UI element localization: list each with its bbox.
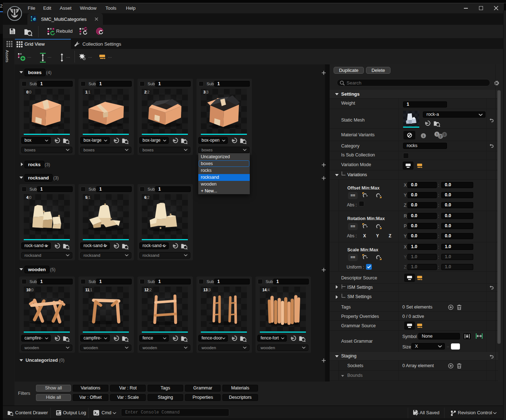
svg-text:2: 2 <box>439 134 441 138</box>
svg-text:3: 3 <box>443 133 445 136</box>
svg-text:1: 1 <box>436 132 438 136</box>
svg-text:1: 1 <box>423 134 424 138</box>
